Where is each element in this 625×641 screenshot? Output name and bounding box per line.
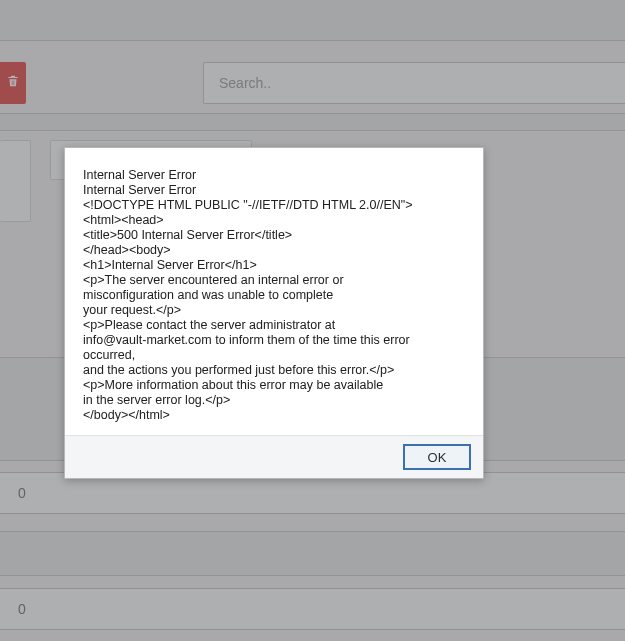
error-line: <html><head>	[83, 213, 465, 228]
error-line: <p>The server encountered an internal er…	[83, 273, 465, 288]
error-dialog-footer: OK	[65, 435, 483, 478]
error-line: <p>More information about this error may…	[83, 378, 465, 393]
error-line: </body></html>	[83, 408, 465, 423]
error-line: in the server error log.</p>	[83, 393, 465, 408]
error-line: Internal Server Error	[83, 183, 465, 198]
error-dialog-body: Internal Server Error Internal Server Er…	[65, 148, 483, 435]
error-line: <title>500 Internal Server Error</title>	[83, 228, 465, 243]
ok-button[interactable]: OK	[403, 444, 471, 470]
error-line: <p>Please contact the server administrat…	[83, 318, 465, 333]
error-line: info@vault-market.com to inform them of …	[83, 333, 465, 363]
error-line: <!DOCTYPE HTML PUBLIC "-//IETF//DTD HTML…	[83, 198, 465, 213]
error-line: your request.</p>	[83, 303, 465, 318]
error-line: misconfiguration and was unable to compl…	[83, 288, 465, 303]
error-line: and the actions you performed just befor…	[83, 363, 465, 378]
error-dialog: Internal Server Error Internal Server Er…	[64, 147, 484, 479]
error-line: <h1>Internal Server Error</h1>	[83, 258, 465, 273]
error-line: </head><body>	[83, 243, 465, 258]
error-line: Internal Server Error	[83, 168, 465, 183]
